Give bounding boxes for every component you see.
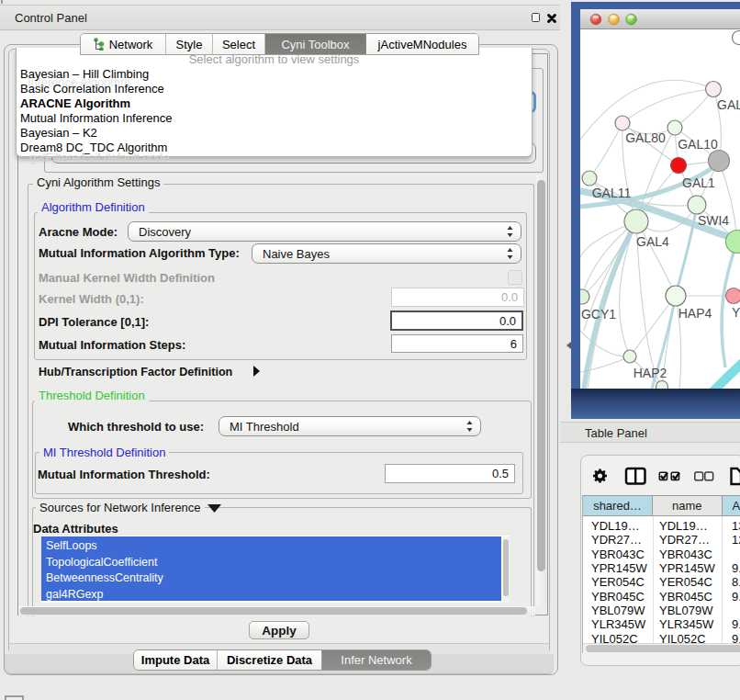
- svg-text:HAP2: HAP2: [633, 366, 667, 380]
- svg-text:GAL4: GAL4: [636, 234, 669, 249]
- svg-text:GAL11: GAL11: [592, 186, 632, 200]
- svg-text:GAL80: GAL80: [625, 130, 666, 145]
- svg-text:Y: Y: [732, 305, 740, 320]
- svg-text:GAL1: GAL1: [682, 175, 715, 190]
- svg-text:GCY1: GCY1: [581, 307, 616, 322]
- svg-text:GAL7: GAL7: [717, 97, 740, 112]
- svg-text:GAL10: GAL10: [678, 137, 718, 152]
- svg-text:SWI4: SWI4: [698, 213, 729, 228]
- svg-text:HAP4: HAP4: [678, 306, 712, 321]
